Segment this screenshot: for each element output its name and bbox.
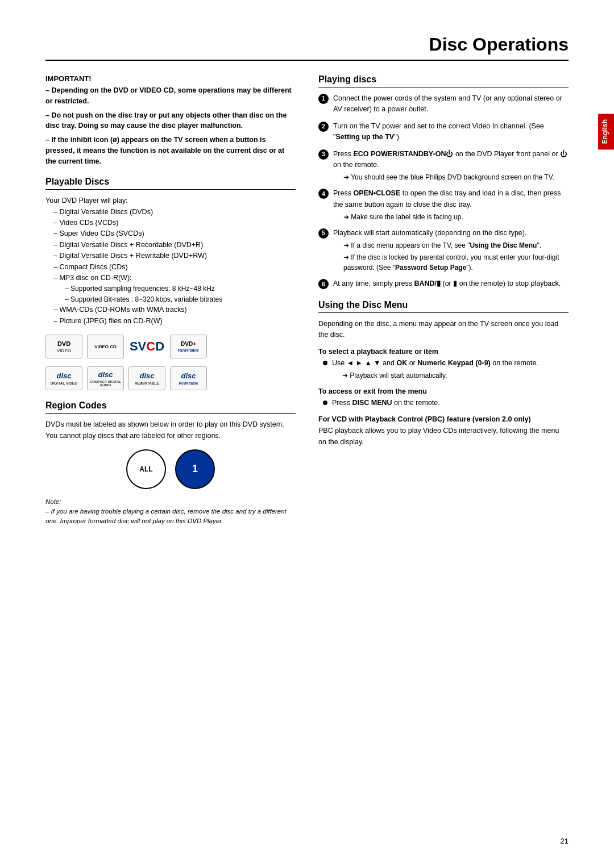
list-content: Press DISC MENU on the remote.	[332, 398, 440, 408]
svcd-logo: SVCD	[128, 335, 165, 358]
important-label: IMPORTANT!	[45, 74, 296, 83]
list-item: Digital Versatile Discs + Rewritable (DV…	[53, 251, 296, 261]
step-5: 5 Playback will start automatically (dep…	[318, 228, 569, 273]
step-2: 2 Turn on the TV power and set to the co…	[318, 121, 569, 143]
disc-digital-video-logo: disc DIGITAL VIDEO	[45, 366, 82, 390]
select-feature-list: Use ◄ ► ▲ ▼ and OK or Numeric Keypad (0-…	[318, 358, 569, 381]
step-content: Playback will start automatically (depen…	[333, 228, 569, 273]
disc-menu-title: Using the Disc Menu	[318, 300, 569, 313]
vcd-pbc-text: PBC playback allows you to play Video CD…	[318, 425, 569, 448]
bullet-dot	[323, 361, 327, 365]
region-1-logo: 1	[175, 449, 215, 489]
important-text: – Depending on the DVD or VIDEO CD, some…	[45, 85, 296, 166]
list-item: Picture (JPEG) files on CD-R(W)	[53, 316, 296, 327]
region-codes-text: DVDs must be labeled as shown below in o…	[45, 419, 296, 441]
step-content: Turn on the TV power and set to the corr…	[333, 121, 569, 143]
step-content: At any time, simply press BAND/▮ (or ▮ o…	[333, 278, 561, 289]
step-note: You should see the blue Philips DVD back…	[333, 172, 569, 182]
list-item: Use ◄ ► ▲ ▼ and OK or Numeric Keypad (0-…	[323, 358, 569, 381]
step-content: Connect the power cords of the system an…	[333, 93, 569, 115]
list-item: Digital Versatile Discs (DVDs)	[53, 207, 296, 218]
step-note-2: If the disc is locked by parental contro…	[333, 252, 569, 273]
list-item: Video CDs (VCDs)	[53, 218, 296, 228]
dvd-video-logo: DVD VIDEO	[45, 335, 82, 358]
important-section: IMPORTANT! – Depending on the DVD or VID…	[45, 74, 296, 166]
select-feature-title: To select a playback feature or item	[318, 348, 569, 356]
access-menu-title: To access or exit from the menu	[318, 387, 569, 395]
step-number: 3	[318, 149, 329, 160]
list-item: Digital Versatile Discs + Recordable (DV…	[53, 240, 296, 251]
region-codes-title: Region Codes	[45, 400, 296, 414]
left-column: IMPORTANT! – Depending on the DVD or VID…	[45, 74, 296, 527]
step-number: 5	[318, 228, 329, 239]
list-item: Supported Bit-rates : 8~320 kbps, variab…	[65, 294, 296, 305]
playing-discs-title: Playing discs	[318, 74, 569, 87]
language-tab: English	[598, 114, 614, 149]
list-item: MP3 disc on CD-R(W): Supported sampling …	[53, 273, 296, 305]
disc-digital-audio-logo: disc COMPACT DIGITAL AUDIO	[87, 366, 124, 390]
mp3-sub-list: Supported sampling frequencies: 8 kHz~48…	[53, 283, 296, 304]
step-3: 3 Press ECO POWER/STANDBY-ON⏻ on the DVD…	[318, 149, 569, 183]
page: English Disc Operations IMPORTANT! – Dep…	[0, 0, 614, 868]
feature-note: Playback will start automatically.	[332, 370, 538, 381]
list-item: Compact Discs (CDs)	[53, 262, 296, 273]
important-point-1: – Depending on the DVD or VIDEO CD, some…	[45, 85, 296, 107]
step-content: Press OPEN•CLOSE to open the disc tray a…	[333, 188, 569, 222]
step-note-1: If a disc menu appears on the TV, see "U…	[333, 240, 569, 251]
region-all-logo: ALL	[126, 449, 166, 489]
list-item: WMA-CDs (CD-ROMs with WMA tracks)	[53, 304, 296, 315]
step-content: Press ECO POWER/STANDBY-ON⏻ on the DVD P…	[333, 149, 569, 183]
access-menu-list: Press DISC MENU on the remote.	[318, 398, 569, 408]
note-text: – If you are having trouble playing a ce…	[45, 508, 287, 524]
disc-logos: DVD VIDEO VIDEO CD SVCD DVD+ ReWritable	[45, 335, 296, 358]
playable-discs-intro: Your DVD Player will play:	[45, 195, 296, 206]
disc-rewritable2-logo: disc ReWritable	[170, 366, 207, 390]
page-title: Disc Operations	[45, 34, 569, 61]
step-4: 4 Press OPEN•CLOSE to open the disc tray…	[318, 188, 569, 222]
bullet-dot	[323, 400, 327, 405]
list-item: Super Video CDs (SVCDs)	[53, 228, 296, 239]
step-number: 6	[318, 279, 329, 289]
disc-menu-intro: Depending on the disc, a menu may appear…	[318, 319, 569, 341]
dvd-rw-logo: DVD+ ReWritable	[170, 335, 207, 358]
step-note: Make sure the label side is facing up.	[333, 212, 569, 222]
step-number: 2	[318, 122, 329, 132]
disc-logos-row2: disc DIGITAL VIDEO disc COMPACT DIGITAL …	[45, 366, 296, 390]
region-logos: ALL 1	[45, 449, 296, 489]
step-number: 4	[318, 189, 329, 199]
video-cd-logo: VIDEO CD	[87, 335, 124, 358]
disc-rewritable-logo: disc REWRITABLE	[128, 366, 165, 390]
right-column: Playing discs 1 Connect the power cords …	[318, 74, 569, 527]
step-6: 6 At any time, simply press BAND/▮ (or ▮…	[318, 278, 569, 289]
playable-discs-title: Playable Discs	[45, 177, 296, 190]
important-point-3: – If the inhibit icon (ø) appears on the…	[45, 135, 296, 166]
important-point-2: – Do not push on the disc tray or put an…	[45, 110, 296, 132]
playable-discs-list: Digital Versatile Discs (DVDs) Video CDs…	[45, 207, 296, 327]
list-item: Press DISC MENU on the remote.	[323, 398, 569, 408]
list-content: Use ◄ ► ▲ ▼ and OK or Numeric Keypad (0-…	[332, 358, 538, 381]
vcd-pbc-title: For VCD with Playback Control (PBC) feat…	[318, 415, 569, 423]
step-1: 1 Connect the power cords of the system …	[318, 93, 569, 115]
list-item: Supported sampling frequencies: 8 kHz~48…	[65, 283, 296, 294]
step-number: 1	[318, 94, 329, 104]
playing-discs-steps: 1 Connect the power cords of the system …	[318, 93, 569, 290]
note-label: Note:	[45, 498, 61, 505]
note-section: Note: – If you are having trouble playin…	[45, 497, 296, 527]
page-number: 21	[561, 837, 569, 845]
